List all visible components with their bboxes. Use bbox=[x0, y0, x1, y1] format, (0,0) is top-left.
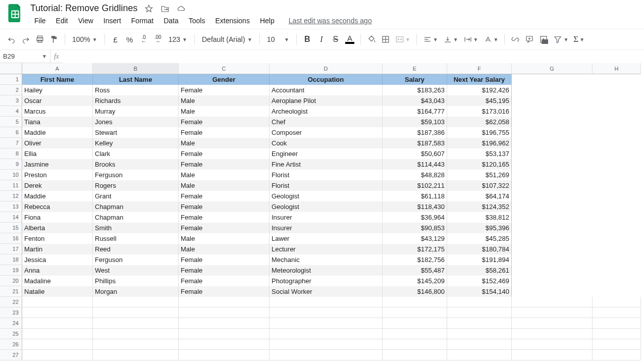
cell[interactable]: Stewart bbox=[93, 127, 179, 138]
cell[interactable] bbox=[512, 191, 593, 201]
cell[interactable]: $45,285 bbox=[447, 233, 512, 244]
cell[interactable] bbox=[593, 286, 641, 297]
cell[interactable]: $196,755 bbox=[447, 127, 512, 138]
cell[interactable]: Ferguson bbox=[93, 254, 179, 265]
cell[interactable]: Female bbox=[179, 191, 270, 201]
cell[interactable]: $64,174 bbox=[447, 191, 512, 201]
cell[interactable]: Murray bbox=[93, 106, 179, 117]
fill-color-button[interactable] bbox=[365, 32, 378, 46]
cell[interactable]: Female bbox=[179, 117, 270, 127]
row-header[interactable]: 4 bbox=[0, 106, 22, 117]
cell[interactable]: Male bbox=[179, 138, 270, 148]
cell[interactable]: $102,211 bbox=[383, 180, 447, 191]
cell[interactable] bbox=[593, 350, 641, 360]
cell[interactable] bbox=[593, 106, 641, 117]
cell[interactable]: Female bbox=[179, 159, 270, 170]
cell[interactable]: Chapman bbox=[93, 212, 179, 223]
cell[interactable] bbox=[512, 95, 593, 106]
cell[interactable] bbox=[22, 297, 93, 307]
cell[interactable] bbox=[93, 339, 179, 350]
cell[interactable] bbox=[593, 244, 641, 254]
row-header[interactable]: 19 bbox=[0, 265, 22, 276]
row-header[interactable]: 10 bbox=[0, 170, 22, 180]
cell[interactable]: Clark bbox=[93, 148, 179, 159]
cell[interactable]: Male bbox=[179, 180, 270, 191]
cell[interactable] bbox=[512, 265, 593, 276]
cell[interactable]: $152,469 bbox=[447, 276, 512, 286]
cell[interactable]: $187,386 bbox=[383, 127, 447, 138]
cell[interactable]: $107,322 bbox=[447, 180, 512, 191]
filter-button[interactable]: ▼ bbox=[551, 32, 570, 46]
cell[interactable]: Tiana bbox=[22, 117, 93, 127]
cell[interactable]: Alberta bbox=[22, 223, 93, 233]
cell[interactable]: Male bbox=[179, 233, 270, 244]
cell[interactable] bbox=[270, 350, 383, 360]
cell[interactable]: Brooks bbox=[93, 159, 179, 170]
cell[interactable]: Ellia bbox=[22, 148, 93, 159]
row-header[interactable]: 9 bbox=[0, 159, 22, 170]
cell[interactable]: Kelley bbox=[93, 138, 179, 148]
last-edit-link[interactable]: Last edit was seconds ago bbox=[289, 17, 372, 25]
row-header[interactable]: 14 bbox=[0, 212, 22, 223]
cell[interactable] bbox=[593, 74, 641, 85]
cell[interactable] bbox=[512, 233, 593, 244]
column-header-G[interactable]: G bbox=[512, 63, 593, 74]
cell[interactable] bbox=[512, 148, 593, 159]
cell[interactable] bbox=[593, 318, 641, 329]
cell[interactable]: Salary bbox=[383, 74, 447, 85]
cell[interactable]: $43,129 bbox=[383, 233, 447, 244]
cell[interactable] bbox=[179, 339, 270, 350]
row-header[interactable]: 6 bbox=[0, 127, 22, 138]
cell[interactable]: Geologist bbox=[270, 191, 383, 201]
cell[interactable] bbox=[512, 74, 593, 85]
menu-tools[interactable]: Tools bbox=[185, 15, 209, 27]
cell[interactable] bbox=[383, 339, 447, 350]
cell[interactable] bbox=[383, 318, 447, 329]
cell[interactable] bbox=[22, 318, 93, 329]
cell[interactable]: Anna bbox=[22, 265, 93, 276]
cell[interactable]: Preston bbox=[22, 170, 93, 180]
cell[interactable]: Ross bbox=[93, 85, 179, 95]
row-header[interactable]: 15 bbox=[0, 223, 22, 233]
row-header[interactable]: 12 bbox=[0, 191, 22, 201]
cell[interactable]: Cook bbox=[270, 138, 383, 148]
column-header-H[interactable]: H bbox=[593, 63, 641, 74]
cell[interactable] bbox=[447, 329, 512, 339]
cell[interactable]: Gender bbox=[179, 74, 270, 85]
cell[interactable]: Composer bbox=[270, 127, 383, 138]
cell[interactable]: Male bbox=[179, 95, 270, 106]
cell[interactable]: $182,756 bbox=[383, 254, 447, 265]
formula-input[interactable] bbox=[63, 50, 644, 63]
cell[interactable]: $36,964 bbox=[383, 212, 447, 223]
cell[interactable]: $55,487 bbox=[383, 265, 447, 276]
cell[interactable]: Phillips bbox=[93, 276, 179, 286]
cell[interactable] bbox=[512, 127, 593, 138]
row-header[interactable]: 21 bbox=[0, 286, 22, 297]
cell[interactable] bbox=[22, 307, 93, 318]
cell[interactable]: $124,352 bbox=[447, 201, 512, 212]
cell[interactable]: Photographer bbox=[270, 276, 383, 286]
cell[interactable] bbox=[512, 223, 593, 233]
cell[interactable]: Insurer bbox=[270, 223, 383, 233]
cell[interactable] bbox=[447, 339, 512, 350]
cell[interactable]: $118,430 bbox=[383, 201, 447, 212]
cell[interactable] bbox=[512, 350, 593, 360]
cell[interactable]: Grant bbox=[93, 191, 179, 201]
cell[interactable]: Female bbox=[179, 254, 270, 265]
cell[interactable]: Maddie bbox=[22, 127, 93, 138]
row-header[interactable]: 13 bbox=[0, 201, 22, 212]
cell[interactable] bbox=[447, 307, 512, 318]
insert-chart-button[interactable] bbox=[537, 32, 550, 46]
cell[interactable]: Female bbox=[179, 201, 270, 212]
cell[interactable]: Social Worker bbox=[270, 286, 383, 297]
cell[interactable]: Fenton bbox=[22, 233, 93, 244]
cell[interactable]: $45,195 bbox=[447, 95, 512, 106]
cell[interactable] bbox=[593, 180, 641, 191]
cell[interactable] bbox=[593, 117, 641, 127]
column-header-D[interactable]: D bbox=[270, 63, 383, 74]
text-rotation-button[interactable]: ▼ bbox=[481, 32, 501, 46]
cell[interactable]: Aeroplane Pilot bbox=[270, 95, 383, 106]
cell[interactable] bbox=[593, 201, 641, 212]
cell[interactable]: Geologist bbox=[270, 201, 383, 212]
menu-help[interactable]: Help bbox=[256, 15, 279, 27]
